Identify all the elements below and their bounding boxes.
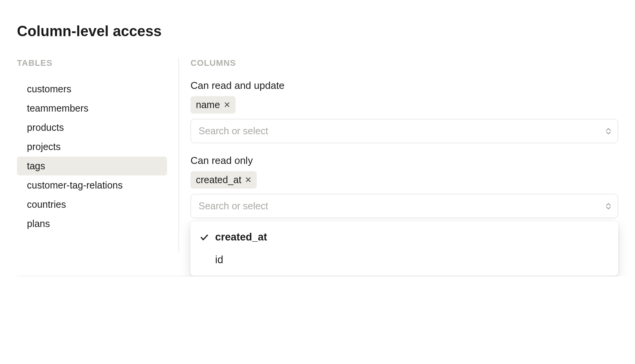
read-update-chips: name — [190, 96, 618, 114]
remove-chip-icon[interactable] — [224, 101, 230, 109]
tables-sidebar: TABLES customers teammembers products pr… — [17, 58, 179, 253]
dropdown-option-id[interactable]: id — [190, 249, 618, 271]
chip-label: name — [196, 99, 220, 110]
table-item-plans[interactable]: plans — [17, 214, 167, 233]
table-item-projects[interactable]: projects — [17, 137, 167, 156]
chip-label: created_at — [196, 174, 241, 185]
read-only-search-input[interactable] — [190, 194, 618, 218]
columns-panel: COLUMNS Can read and update name — [179, 58, 618, 253]
dropdown-option-label: created_at — [215, 231, 267, 243]
table-item-products[interactable]: products — [17, 118, 167, 137]
read-only-chips: created_at — [190, 171, 618, 189]
read-only-select[interactable]: created_at id — [190, 194, 618, 218]
check-icon — [200, 233, 215, 242]
remove-chip-icon[interactable] — [245, 176, 251, 184]
read-only-title: Can read only — [190, 155, 618, 167]
table-item-countries[interactable]: countries — [17, 195, 167, 214]
read-update-search-input[interactable] — [190, 119, 618, 143]
dropdown-option-label: id — [215, 254, 223, 266]
dropdown-option-created-at[interactable]: created_at — [190, 226, 618, 249]
chip-created-at: created_at — [190, 171, 257, 189]
read-only-dropdown: created_at id — [190, 221, 618, 276]
read-only-section: Can read only created_at — [190, 155, 618, 218]
read-update-section: Can read and update name — [190, 80, 618, 143]
table-item-customer-tag-relations[interactable]: customer-tag-relations — [17, 176, 167, 195]
divider — [17, 276, 618, 276]
table-item-customers[interactable]: customers — [17, 80, 167, 99]
read-update-title: Can read and update — [190, 80, 618, 92]
tables-label: TABLES — [17, 58, 167, 68]
content-layout: TABLES customers teammembers products pr… — [17, 58, 618, 253]
read-update-select[interactable] — [190, 119, 618, 143]
tables-list: customers teammembers products projects … — [17, 80, 167, 233]
columns-label: COLUMNS — [190, 58, 618, 68]
page-title: Column-level access — [17, 23, 618, 40]
table-item-teammembers[interactable]: teammembers — [17, 99, 167, 118]
chip-name: name — [190, 96, 236, 114]
table-item-tags[interactable]: tags — [17, 157, 167, 175]
